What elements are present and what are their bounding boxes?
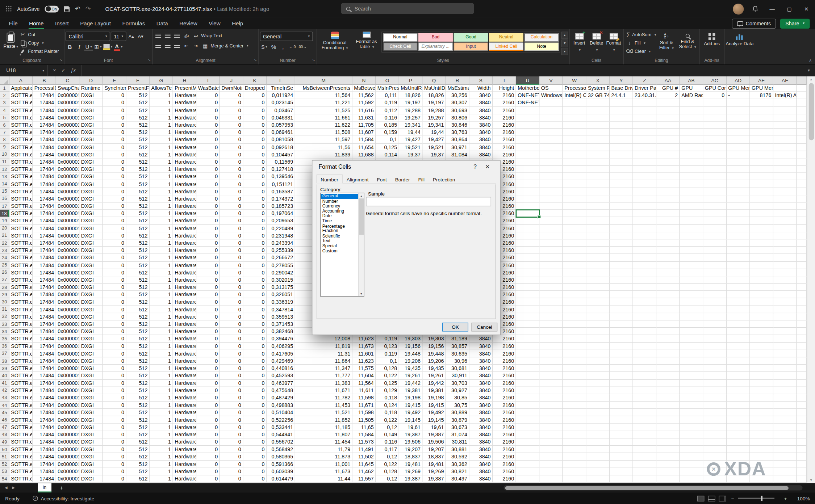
cell-K7[interactable]: 0	[243, 129, 267, 136]
cell-Y25[interactable]	[610, 261, 633, 269]
row-header-17[interactable]: 17	[0, 203, 9, 210]
cell-X50[interactable]	[586, 446, 610, 453]
cell-G32[interactable]: 1	[150, 313, 173, 320]
cell-O40[interactable]: 0,122	[376, 372, 399, 379]
cell-W45[interactable]	[563, 409, 586, 416]
cell-M3[interactable]: 11,221	[295, 100, 352, 107]
cell-G25[interactable]: 1	[150, 261, 173, 269]
cell-Z50[interactable]	[633, 446, 657, 453]
cell-W8[interactable]	[563, 136, 586, 143]
cell-A24[interactable]: SOTTR.exe	[9, 254, 33, 261]
cell-T35[interactable]: 2160	[493, 335, 516, 343]
cell-W9[interactable]	[563, 144, 586, 151]
cell-Q3[interactable]: 19,197	[423, 100, 446, 107]
cell-AD22[interactable]	[727, 239, 750, 247]
cell-E46[interactable]: 0	[103, 416, 126, 424]
cell-D2[interactable]: DXGI	[80, 92, 103, 99]
cell-S35[interactable]: 3840	[469, 335, 493, 343]
cell-AF9[interactable]	[773, 144, 797, 151]
cell-U23[interactable]	[516, 247, 540, 254]
row-header-37[interactable]: 37	[0, 350, 9, 357]
cell-F41[interactable]: 512	[126, 379, 150, 387]
cell-C4[interactable]: 0x000001C	[56, 107, 80, 114]
cell-S1[interactable]: Width	[469, 85, 493, 92]
cell-I34[interactable]: 0	[196, 328, 220, 335]
cell-AB38[interactable]	[680, 357, 703, 365]
cell-overflow[interactable]	[797, 320, 807, 328]
cell-G26[interactable]: 1	[150, 269, 173, 276]
cell-AD33[interactable]	[727, 320, 750, 328]
column-header-K[interactable]: K	[243, 76, 267, 85]
cell-U21[interactable]	[516, 232, 540, 239]
cell-AB48[interactable]	[680, 431, 703, 438]
cell-B20[interactable]: 17484	[33, 225, 56, 232]
cell-AD40[interactable]	[727, 372, 750, 379]
collapse-ribbon-icon[interactable]: ∧	[809, 58, 812, 63]
cell-I14[interactable]: 0	[196, 181, 220, 188]
cell-AF23[interactable]	[773, 247, 797, 254]
cell-V24[interactable]	[539, 254, 563, 261]
cell-L12[interactable]: 0,127418	[267, 166, 295, 173]
cell-U2[interactable]: ONE-NETE	[516, 92, 540, 99]
cell-overflow[interactable]	[797, 85, 807, 92]
cell-AB50[interactable]	[680, 446, 703, 453]
cell-K51[interactable]: 0	[243, 453, 267, 461]
cell-C44[interactable]: 0x000001C	[56, 402, 80, 409]
cell-overflow[interactable]	[797, 416, 807, 424]
cell-E17[interactable]: 0	[103, 203, 126, 210]
cell-J27[interactable]: 0	[220, 276, 243, 284]
cell-AF31[interactable]	[773, 306, 797, 313]
cell-AE43[interactable]	[750, 394, 774, 402]
row-header-26[interactable]: 26	[0, 269, 9, 276]
list-scroll-up-icon[interactable]: ▲	[360, 194, 363, 198]
cell-E18[interactable]: 0	[103, 210, 126, 217]
cell-F43[interactable]: 512	[126, 394, 150, 402]
cell-style-normal[interactable]: Normal	[383, 33, 418, 42]
cell-AE9[interactable]	[750, 144, 774, 151]
cell-P38[interactable]: 19,206	[399, 357, 423, 365]
cell-AF54[interactable]	[773, 475, 797, 483]
cell-E52[interactable]: 0	[103, 461, 126, 468]
cell-E22[interactable]: 0	[103, 239, 126, 247]
cell-AA52[interactable]	[656, 461, 680, 468]
cell-C49[interactable]: 0x000001C	[56, 438, 80, 446]
cell-AC8[interactable]	[703, 136, 727, 143]
cell-D42[interactable]: DXGI	[80, 387, 103, 394]
cell-H51[interactable]: Hardware	[173, 453, 197, 461]
tab-home[interactable]: Home	[23, 18, 49, 29]
cell-H24[interactable]: Hardware	[173, 254, 197, 261]
cell-C54[interactable]: 0x000001C	[56, 475, 80, 483]
cell-AA17[interactable]	[656, 203, 680, 210]
cell-style-bad[interactable]: Bad	[418, 33, 453, 42]
cell-S51[interactable]: 3840	[469, 453, 493, 461]
cell-F40[interactable]: 512	[126, 372, 150, 379]
comments-button[interactable]: Comments	[732, 18, 776, 28]
cell-C34[interactable]: 0x000001C	[56, 328, 80, 335]
cell-Z45[interactable]	[633, 409, 657, 416]
cell-overflow[interactable]	[797, 195, 807, 202]
cell-V13[interactable]	[539, 173, 563, 180]
cell-overflow[interactable]	[797, 232, 807, 239]
cell-N42[interactable]: 11,611	[352, 387, 376, 394]
cell-G18[interactable]: 1	[150, 210, 173, 217]
cell-V34[interactable]	[539, 328, 563, 335]
cell-B28[interactable]: 17484	[33, 284, 56, 291]
cell-overflow[interactable]	[797, 357, 807, 365]
cell-R53[interactable]: 30,821	[446, 468, 469, 475]
cell-F30[interactable]: 512	[126, 298, 150, 306]
cell-H41[interactable]: Hardware	[173, 379, 197, 387]
cell-E33[interactable]: 0	[103, 320, 126, 328]
cell-AA4[interactable]	[656, 107, 680, 114]
cell-U9[interactable]	[516, 144, 540, 151]
cell-H39[interactable]: Hardware	[173, 365, 197, 372]
cell-E30[interactable]: 0	[103, 298, 126, 306]
cell-N39[interactable]: 11,575	[352, 365, 376, 372]
cell-AF5[interactable]	[773, 114, 797, 121]
cell-G50[interactable]: 1	[150, 446, 173, 453]
cell-U53[interactable]	[516, 468, 540, 475]
cell-G42[interactable]: 1	[150, 387, 173, 394]
dialog-tab-font[interactable]: Font	[373, 175, 391, 183]
cell-D25[interactable]: DXGI	[80, 261, 103, 269]
cell-AE7[interactable]	[750, 129, 774, 136]
cell-U49[interactable]	[516, 438, 540, 446]
